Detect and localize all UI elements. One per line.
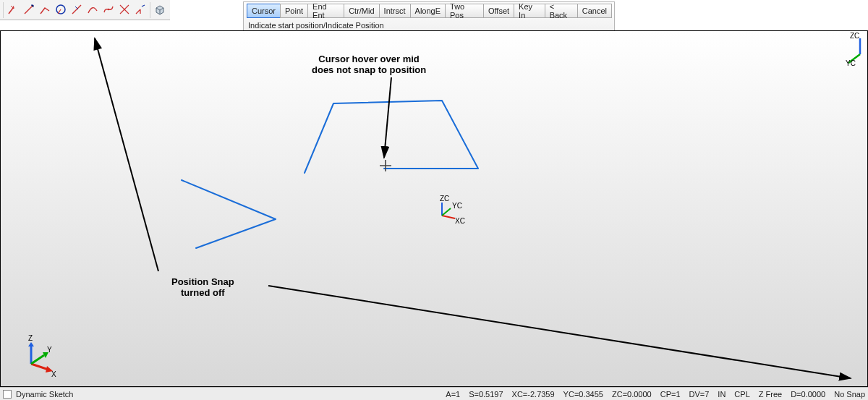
triad-x-label: XC [455,217,465,225]
corner-triad-y-label: Y [47,346,52,354]
annotation-arrow-status [268,286,851,378]
cross-icon [119,4,130,17]
topright-triad-y-label: YC [846,59,856,67]
angle-line-icon [39,4,51,17]
mode-point-button[interactable]: Point [280,4,308,18]
toolbar-separator [150,2,150,18]
input-mode-toolbar: Cursor Point End Ent Ctr/Mid Intrsct Alo… [243,1,615,33]
mode-offset-button[interactable]: Offset [483,4,514,18]
angle-line-tool-button[interactable] [38,2,52,18]
topright-axis-triad-icon: ZC YC [846,32,860,67]
status-zc: ZC=0.0000 [612,390,652,399]
status-left: Dynamic Sketch [3,390,73,399]
drawing-canvas: ZC YC XC Z Y X ZC YC [1,31,867,386]
topright-triad-z-label: ZC [850,32,859,40]
cube-tool-button[interactable] [153,2,167,18]
line-icon [23,4,35,17]
mode-cursor-button[interactable]: Cursor [247,4,281,18]
center-axis-triad-icon: ZC YC XC [440,195,465,225]
annotation-arrow-toolbar [95,38,158,271]
status-a: A=1 [446,390,460,399]
status-cp: CP=1 [660,390,681,399]
mode-keyin-button[interactable]: Key In [514,4,545,18]
status-bar: Dynamic Sketch A=1 S=0.5197 XC=-2.7359 Y… [0,387,868,400]
status-xc: XC=-2.7359 [512,390,555,399]
svg-line-4 [442,216,455,218]
toolbar-separator [3,2,4,18]
status-in: IN [718,390,726,399]
status-right: A=1 S=0.5197 XC=-2.7359 YC=0.3455 ZC=0.0… [446,390,865,399]
status-zfree: Z Free [759,390,782,399]
annotation-snap-text: Position Snap turned off [171,277,234,299]
corner-line-tool-button[interactable] [133,2,148,18]
status-yc: YC=0.3455 [563,390,603,399]
cross-line-tool-button[interactable] [117,2,132,18]
tangent-icon [71,4,82,17]
sketch-tool-toolbar [0,0,170,20]
sketch-polyline-1 [182,180,276,248]
status-mode-text: Dynamic Sketch [16,390,73,399]
mode-intrsct-button[interactable]: Intrsct [379,4,411,18]
triad-z-label: ZC [440,195,449,203]
arc-icon [87,4,98,17]
svg-point-1 [56,5,65,14]
mode-alonge-button[interactable]: AlongE [410,4,446,18]
corner-triad-z-label: Z [28,334,33,342]
circle-icon [55,4,67,17]
corner-triad-x-label: X [51,370,56,378]
arc-tool-button[interactable] [85,2,100,18]
sketch-polyline-2 [305,101,478,173]
corner-axis-triad-icon: Z Y X [28,334,56,378]
status-snap: No Snap [834,390,865,399]
cancel-button[interactable]: Cancel [577,4,612,18]
spline-tool-button[interactable] [101,2,116,18]
corner-icon [135,4,146,17]
status-d: D=0.0000 [791,390,825,399]
annotation-arrow-hover [384,77,391,158]
triad-y-label: YC [452,202,462,210]
back-button[interactable]: < Back [545,4,578,18]
svg-point-0 [12,7,14,8]
annotation-hover-text: Cursor hover over mid does not snap to p… [312,54,426,76]
spark-icon [7,4,19,17]
spline-icon [103,4,114,17]
viewport[interactable]: ZC YC XC Z Y X ZC YC Cursor hover over m… [0,30,868,387]
status-s: S=0.5197 [469,390,503,399]
status-dv: DV=7 [689,390,710,399]
tangent-line-tool-button[interactable] [69,2,84,18]
cursor-cross-icon [380,160,391,171]
spark-tool-button[interactable] [6,2,20,18]
circle-tool-button[interactable] [54,2,68,18]
mode-ctrmid-button[interactable]: Ctr/Mid [344,4,379,18]
cube-icon [154,4,166,17]
mode-twopos-button[interactable]: Two Pos [445,4,484,18]
status-cpl: CPL [734,390,749,399]
svg-point-2 [108,8,109,9]
mode-endent-button[interactable]: End Ent [307,4,344,18]
status-color-swatch[interactable] [3,390,12,399]
line-tool-button[interactable] [22,2,36,18]
svg-line-5 [442,208,451,216]
mode-button-row: Cursor Point End Ent Ctr/Mid Intrsct Alo… [244,2,614,20]
